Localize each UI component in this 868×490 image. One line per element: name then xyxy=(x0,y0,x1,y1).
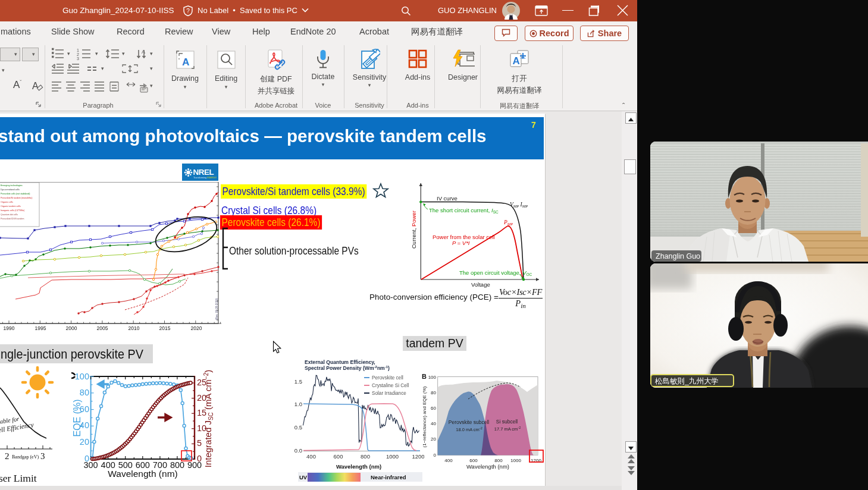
svg-text:800: 800 xyxy=(361,453,370,460)
svg-text:2: 2 xyxy=(77,52,79,56)
svg-text:1000: 1000 xyxy=(386,453,399,460)
svg-text:Zhanglin Guo: Zhanglin Guo xyxy=(656,252,700,260)
svg-text:20: 20 xyxy=(431,436,436,442)
svg-text:Wavelength (nm): Wavelength (nm) xyxy=(108,469,177,479)
svg-text:0: 0 xyxy=(434,453,437,458)
svg-text:Bandgap (eV): Bandgap (eV) xyxy=(12,454,39,460)
svg-text:100: 100 xyxy=(75,372,89,381)
svg-text:1990: 1990 xyxy=(4,325,15,331)
svg-text:Wavelength (nm): Wavelength (nm) xyxy=(466,463,509,470)
svg-text:17.7 mA cm-2: 17.7 mA cm-2 xyxy=(494,426,521,432)
svg-text:Spectral Power Density (Wm-2nm: Spectral Power Density (Wm-2nm-1) xyxy=(305,365,390,371)
svg-text:(Rev. 08-28-2023): (Rev. 08-28-2023) xyxy=(215,298,218,320)
svg-text:2020: 2020 xyxy=(191,325,202,331)
svg-text:1995: 1995 xyxy=(35,325,46,331)
svg-text:900: 900 xyxy=(187,460,202,470)
svg-text:1: 1 xyxy=(77,48,79,52)
svg-text:60: 60 xyxy=(431,406,436,411)
svg-text:PMP: PMP xyxy=(503,219,513,226)
svg-text:Emerging technologies: Emerging technologies xyxy=(1,184,23,187)
svg-text:2005: 2005 xyxy=(97,325,108,331)
svg-text:300: 300 xyxy=(83,460,98,470)
svg-text:0.0: 0.0 xyxy=(294,447,302,454)
svg-text:Perovskite cell: Perovskite cell xyxy=(372,375,403,381)
svg-text:600: 600 xyxy=(469,458,478,463)
svg-text:Solar Irradiance: Solar Irradiance xyxy=(372,391,406,396)
svg-text:?: ? xyxy=(186,8,190,14)
svg-text:Perovskite/CIGS tandem: Perovskite/CIGS tandem xyxy=(1,218,24,220)
svg-text:2000: 2000 xyxy=(66,325,77,331)
svg-text:Organic cells: Organic cells xyxy=(1,201,13,203)
svg-text:3: 3 xyxy=(77,56,79,61)
svg-text:A: A xyxy=(32,81,39,91)
svg-text:Voltage: Voltage xyxy=(471,281,490,288)
svg-text:5: 5 xyxy=(197,438,202,448)
svg-text:A: A xyxy=(182,56,189,68)
svg-text:Wavelength (nm): Wavelength (nm) xyxy=(336,463,381,470)
svg-text:Near-infrared: Near-infrared xyxy=(371,474,406,480)
svg-text:ser Limit: ser Limit xyxy=(0,472,37,484)
svg-text:100: 100 xyxy=(428,375,437,380)
svg-text:1.5: 1.5 xyxy=(294,378,302,385)
svg-text:400: 400 xyxy=(444,458,453,463)
svg-text:3: 3 xyxy=(40,451,45,461)
svg-text:Perovskite subcell: Perovskite subcell xyxy=(449,419,490,425)
svg-text:2010: 2010 xyxy=(129,325,140,331)
svg-text:40: 40 xyxy=(431,421,436,426)
svg-text:0.5: 0.5 xyxy=(294,424,302,431)
svg-text:Crystaline Si Cell: Crystaline Si Cell xyxy=(372,383,409,388)
svg-text:400: 400 xyxy=(306,453,316,460)
svg-text:1000: 1000 xyxy=(510,458,521,463)
svg-text:EQE (%): EQE (%) xyxy=(72,399,82,436)
svg-text:2: 2 xyxy=(5,451,10,461)
svg-text:The open circuit voltage, VOC: The open circuit voltage, VOC xyxy=(459,269,532,277)
svg-text:20: 20 xyxy=(80,437,89,447)
svg-text:80: 80 xyxy=(80,388,89,397)
svg-text:Perovskite/Si tandem (monolith: Perovskite/Si tandem (monolithic) xyxy=(1,197,33,199)
svg-text:IV curve: IV curve xyxy=(437,195,457,202)
svg-text:NREL: NREL xyxy=(193,168,214,177)
svg-text:800: 800 xyxy=(494,458,503,463)
svg-text:VMP IMP: VMP IMP xyxy=(510,202,528,208)
svg-text:B: B xyxy=(422,373,427,380)
svg-text:80: 80 xyxy=(431,390,436,395)
svg-text:External Quantum Efficiency,: External Quantum Efficiency, xyxy=(305,359,375,365)
svg-text:Current, Power: Current, Power xyxy=(411,211,417,249)
svg-text:2015: 2015 xyxy=(159,325,171,331)
svg-text:A: A xyxy=(142,49,145,55)
svg-text:18.0 mA cm-2: 18.0 mA cm-2 xyxy=(456,426,482,432)
svg-text:UV: UV xyxy=(299,474,308,480)
svg-text:Si subcell: Si subcell xyxy=(496,419,518,425)
svg-text:Inorganic cells (CZTSSe): Inorganic cells (CZTSSe) xyxy=(1,209,24,212)
svg-text:P = V*I: P = V*I xyxy=(452,240,470,246)
svg-text:Transforming ENERGY: Transforming ENERGY xyxy=(193,177,217,179)
svg-text:Integrated JSC (mA cm−2): Integrated JSC (mA cm−2) xyxy=(203,370,214,468)
svg-text:1.0: 1.0 xyxy=(294,401,302,407)
svg-text:(1−reflectance) and EQE (%): (1−reflectance) and EQE (%) xyxy=(422,386,427,447)
svg-text:Dye-sensitized cells: Dye-sensitized cells xyxy=(1,189,20,191)
svg-text:松島敏則_九州大学: 松島敏則_九州大学 xyxy=(655,377,719,385)
svg-text:Quantum dot cells: Quantum dot cells xyxy=(1,213,18,216)
svg-text:Perovskite cells (not stabiliz: Perovskite cells (not stabilized) xyxy=(1,193,30,195)
svg-text:The short circuit current, ISC: The short circuit current, ISC xyxy=(429,207,499,214)
svg-text:600: 600 xyxy=(334,453,343,460)
svg-text:A: A xyxy=(513,55,520,67)
svg-text:Organic tandem cells: Organic tandem cells xyxy=(1,205,21,208)
